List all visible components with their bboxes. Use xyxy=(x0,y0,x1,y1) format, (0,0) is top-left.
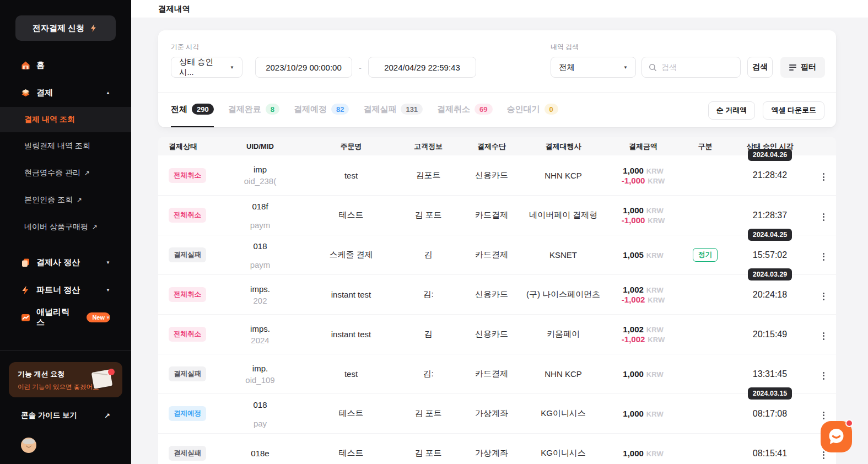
payment-method: 카드결제 xyxy=(461,210,522,220)
row-menu-button[interactable] xyxy=(820,250,827,263)
search-input[interactable] xyxy=(661,63,734,72)
arrow-up-right-icon: ↗ xyxy=(104,412,110,420)
tab-count-badge: 131 xyxy=(401,104,423,115)
sidebar-item-analytics[interactable]: 애널리틱스 New ▼ xyxy=(0,310,131,325)
filter-button[interactable]: 필터 xyxy=(780,57,825,78)
chevron-down-icon: ▼ xyxy=(613,65,628,70)
table-row[interactable]: 전체취소 imps. 2024 instant test 김 신용카드 키움페이… xyxy=(158,314,836,354)
order-name: 테스트 xyxy=(307,448,395,458)
payments-submenu-item[interactable]: 결제 내역 조회 xyxy=(0,107,131,132)
pg-provider: KG이니시스 xyxy=(522,448,605,458)
tab-label: 승인대기 xyxy=(507,104,540,115)
row-menu-button[interactable] xyxy=(820,290,827,303)
table-row[interactable]: 결제실패 018e 테스트 김 포트 가상계좌 KG이니시스 1,000KRW … xyxy=(158,433,836,464)
sidebar-item-payments[interactable]: 결제 ▲ xyxy=(0,85,131,100)
approved-time: 20:24:18 xyxy=(729,290,811,300)
payment-status-badge: 전체취소 xyxy=(169,287,206,302)
table-row[interactable]: 전체취소 imps. 202 instant test 김: 신용카드 (구) … xyxy=(158,274,836,314)
status-tab[interactable]: 승인대기 0 xyxy=(507,101,558,127)
currency-label: KRW xyxy=(646,326,664,334)
status-tab[interactable]: 전체 290 xyxy=(171,101,214,127)
table-row[interactable]: 결제예정 018 pay 테스트 김 포트 가상계좌 KG이니시스 1,000K… xyxy=(158,393,836,433)
pg-provider: (구) 나이스페이먼츠 xyxy=(522,289,605,300)
uid-mid-cell: 018e xyxy=(213,434,307,464)
date-from-input[interactable] xyxy=(255,57,352,78)
status-tab[interactable]: 결제완료 8 xyxy=(228,101,279,127)
row-menu-cell xyxy=(811,366,836,382)
net-amount-button[interactable]: 순 거래액 xyxy=(708,101,756,120)
paid-amount: 1,000 xyxy=(623,369,644,379)
submenu-item-label: 현금영수증 관리 xyxy=(24,168,80,178)
status-tab[interactable]: 결제예정 82 xyxy=(294,101,349,127)
table-body: 전체취소 imp oid_238( test 김포트 신용카드 NHN KCP … xyxy=(158,155,836,464)
status-tab[interactable]: 결제취소 69 xyxy=(437,101,492,127)
amount-cell: 1,000KRW xyxy=(605,369,682,379)
column-header: 결제금액 xyxy=(605,142,682,152)
tabs-row: 전체 290 결제완료 8 결제예정 82 결제실패 131 결제취소 69 승… xyxy=(158,92,836,127)
chat-widget-button[interactable] xyxy=(821,421,852,452)
uid-mid-cell: imp oid_238( xyxy=(213,155,307,195)
sidebar-item-pg-settlement[interactable]: 결제사 정산 ▼ xyxy=(0,255,131,270)
notification-dot xyxy=(845,419,853,427)
currency-label: KRW xyxy=(648,336,665,344)
sidebar-item-analytics-label: 애널리틱스 xyxy=(36,307,76,328)
status-tab[interactable]: 결제실패 131 xyxy=(363,101,423,127)
payments-submenu-item[interactable]: 네이버 상품구매평 ↗ xyxy=(0,213,131,240)
payment-method: 가상계좌 xyxy=(461,448,522,458)
refund-amount: -1,002 xyxy=(622,295,645,304)
payment-uid: 018e xyxy=(251,447,269,459)
sidebar-item-payments-label: 결제 xyxy=(36,88,53,98)
currency-label: KRW xyxy=(646,370,664,379)
row-menu-button[interactable] xyxy=(820,170,827,184)
paid-amount: 1,000 xyxy=(623,449,644,458)
row-menu-cell xyxy=(811,247,836,263)
amount-cell: 1,005KRW xyxy=(605,250,682,260)
payments-submenu-item[interactable]: 빌링결제 내역 조회 xyxy=(0,132,131,159)
datetime-type-select[interactable]: 상태 승인 시... ▼ xyxy=(171,57,242,78)
row-menu-button[interactable] xyxy=(820,330,827,343)
order-uid: paym xyxy=(250,219,271,231)
date-badge: 2024.04.25 xyxy=(729,229,811,241)
row-menu-button[interactable] xyxy=(820,369,827,382)
customer-info: 김 xyxy=(395,250,461,260)
amount-cell: 1,000KRW -1,000KRW xyxy=(605,206,682,225)
search-scope-select[interactable]: 전체 ▼ xyxy=(551,57,636,78)
table-row[interactable]: 전체취소 imp oid_238( test 김포트 신용카드 NHN KCP … xyxy=(158,155,836,195)
amount-cell: 1,000KRW xyxy=(605,449,682,458)
tab-count-badge: 82 xyxy=(331,104,349,115)
tab-count-badge: 8 xyxy=(266,104,279,115)
apply-epay-button[interactable]: 전자결제 신청 xyxy=(15,15,116,41)
currency-label: KRW xyxy=(648,177,665,185)
row-menu-button[interactable] xyxy=(820,211,827,224)
submenu-item-label: 결제 내역 조회 xyxy=(24,115,75,125)
filter-button-label: 필터 xyxy=(801,62,816,72)
sidebar-item-partner-settlement[interactable]: 파트너 정산 ▼ xyxy=(0,282,131,298)
page-title: 결제내역 xyxy=(158,4,190,14)
submenu-item-label: 네이버 상품구매평 xyxy=(24,222,88,232)
excel-download-button[interactable]: 엑셀 다운로드 xyxy=(763,101,824,120)
pg-provider: KSNET xyxy=(522,250,605,260)
external-link-icon: ↗ xyxy=(84,169,90,177)
payment-method: 카드결제 xyxy=(461,250,522,260)
currency-label: KRW xyxy=(646,167,664,175)
console-guide-link[interactable]: 콘솔 가이드 보기 ↗ xyxy=(0,411,131,420)
category-cell: 정기 xyxy=(682,248,729,262)
user-avatar[interactable] xyxy=(21,438,36,453)
row-menu-button[interactable] xyxy=(820,409,827,422)
order-name: 스케줄 결제 xyxy=(307,250,395,260)
sidebar-item-home[interactable]: 홈 xyxy=(0,57,131,73)
refund-amount: -1,000 xyxy=(622,176,645,185)
customer-info: 김 포트 xyxy=(395,448,461,458)
payments-submenu-item[interactable]: 현금영수증 관리 ↗ xyxy=(0,159,131,186)
feature-request-card[interactable]: 기능 개선 요청 이런 기능이 있으면 좋겠어요 xyxy=(9,362,122,397)
datetime-filter-group: 기준 시각 상태 승인 시... ▼ - xyxy=(171,42,476,78)
pg-provider: KG이니시스 xyxy=(522,408,605,419)
chevron-up-icon: ▲ xyxy=(106,90,110,95)
date-to-input[interactable] xyxy=(368,57,476,78)
uid-mid-cell: 018 paym xyxy=(213,235,307,274)
payments-submenu-item[interactable]: 본인인증 조회 ↗ xyxy=(0,186,131,213)
customer-info: 김 포트 xyxy=(395,408,461,419)
refund-amount: -1,000 xyxy=(622,215,645,225)
pg-provider: NHN KCP xyxy=(522,369,605,379)
search-button[interactable]: 검색 xyxy=(747,57,773,78)
